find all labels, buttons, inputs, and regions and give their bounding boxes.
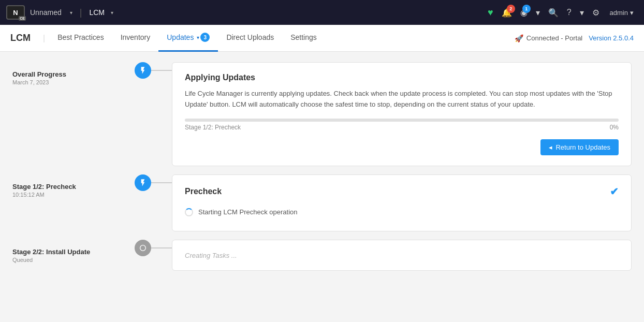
stage-label-install: Stage 2/2: Install Update	[12, 248, 90, 256]
stage-row-install: Stage 2/2: Install Update Queued Creatin…	[12, 240, 632, 271]
bell-badge-wrap: 🔔 2	[502, 8, 512, 18]
help-icon: ?	[567, 8, 572, 17]
precheck-check-icon: ✔	[610, 185, 619, 198]
bell-count: 2	[507, 5, 515, 13]
health-icon-btn[interactable]: ♥	[486, 5, 495, 20]
stage-icon-area-install	[135, 240, 172, 256]
stage-icon-area-overall	[135, 62, 172, 79]
main-content: Overall Progress March 7, 2023 Applying …	[0, 52, 644, 322]
updates-dropdown-arrow: ▾	[197, 35, 199, 40]
subnav: LCM | Best Practices Inventory Updates ▾…	[0, 25, 644, 52]
user-dropdown-arrow: ▾	[630, 9, 634, 17]
stage-connector-overall	[151, 70, 172, 71]
dropdown-icon-btn[interactable]: ▾	[534, 6, 542, 20]
stage-left-overall: Overall Progress March 7, 2023	[12, 62, 126, 85]
subnav-right: 🚀 Connected - Portal Version 2.5.0.4	[515, 34, 634, 42]
user-menu[interactable]: admin ▾	[606, 7, 638, 19]
stage-sublabel-install: Queued	[12, 257, 33, 263]
stage-text: Stage 1/2: Precheck	[185, 124, 241, 131]
stage-card-title-precheck: Precheck ✔	[185, 185, 619, 198]
stage-icon-install	[135, 240, 151, 256]
rocket-icon: 🚀	[515, 34, 523, 42]
return-arrow-icon: ◂	[549, 143, 552, 151]
app-logo[interactable]: N CE	[6, 5, 25, 20]
module-name: LCM	[89, 8, 105, 17]
search-btn[interactable]: 🔍	[546, 6, 561, 20]
nav-settings[interactable]: Settings	[282, 25, 325, 52]
precheck-spinner	[185, 208, 193, 216]
precheck-item-label: Starting LCM Precheck operation	[198, 208, 297, 216]
logo-badge: CE	[19, 16, 26, 21]
version-badge: Version 2.5.0.4	[589, 34, 634, 42]
progress-area: Stage 1/2: Precheck 0% ◂ Return to Updat…	[185, 119, 619, 155]
stage-icon-precheck	[135, 174, 151, 191]
app-dropdown-arrow[interactable]: ▾	[70, 10, 72, 16]
updates-badge: 3	[200, 33, 210, 42]
connected-portal: 🚀 Connected - Portal	[515, 34, 582, 42]
help-dropdown-btn[interactable]: ▾	[578, 6, 586, 20]
gear-btn[interactable]: ⚙	[590, 6, 602, 20]
return-to-updates-btn[interactable]: ◂ Return to Updates	[540, 139, 619, 155]
circle-count: 1	[522, 5, 531, 13]
precheck-item: Starting LCM Precheck operation	[185, 204, 619, 221]
stage-icon-overall	[135, 62, 151, 79]
user-name: admin	[610, 9, 628, 17]
stage-label-overall: Overall Progress	[12, 70, 66, 78]
stages-container: Overall Progress March 7, 2023 Applying …	[12, 62, 632, 271]
stage-connector-precheck	[151, 182, 172, 183]
progress-label-row: Stage 1/2: Precheck 0%	[185, 124, 619, 131]
circle-badge-wrap: ◉ 1	[520, 8, 528, 18]
topbar-separator: |	[80, 7, 82, 18]
stage-row-overall: Overall Progress March 7, 2023 Applying …	[12, 62, 632, 166]
nav-updates[interactable]: Updates ▾ 3	[158, 25, 218, 52]
help-btn[interactable]: ?	[565, 6, 574, 19]
app-name: Unnamed	[30, 8, 62, 17]
stage-left-precheck: Stage 1/2: Precheck 10:15:12 AM	[12, 174, 126, 198]
stage-card-body-overall: Life Cycle Manager is currently applying…	[185, 89, 619, 110]
subnav-brand: LCM	[10, 33, 31, 43]
logo-text: N	[13, 9, 18, 17]
nav-best-practices[interactable]: Best Practices	[49, 25, 112, 52]
stage-connector-install	[151, 247, 172, 248]
progress-percent: 0%	[610, 124, 619, 131]
svg-point-0	[140, 245, 146, 251]
creating-tasks-label: Creating Tasks ...	[185, 252, 237, 259]
stage-left-install: Stage 2/2: Install Update Queued	[12, 240, 126, 263]
stage-label-precheck: Stage 1/2: Precheck	[12, 183, 76, 191]
topbar: N CE Unnamed ▾ | LCM ▾ ♥ 🔔 2 ◉ 1 ▾ 🔍	[0, 0, 644, 25]
module-dropdown-arrow[interactable]: ▾	[111, 10, 113, 16]
stage-card-overall: Applying Updates Life Cycle Manager is c…	[172, 62, 632, 166]
stage-sublabel-precheck: 10:15:12 AM	[12, 192, 45, 198]
stage-row-precheck: Stage 1/2: Precheck 10:15:12 AM Precheck…	[12, 174, 632, 231]
nav-direct-uploads[interactable]: Direct Uploads	[218, 25, 282, 52]
progress-bar-wrap	[185, 119, 619, 122]
connected-portal-label: Connected - Portal	[526, 34, 582, 42]
heart-icon: ♥	[488, 7, 493, 18]
gear-icon: ⚙	[592, 8, 599, 18]
stage-sublabel-overall: March 7, 2023	[12, 79, 49, 85]
search-icon: 🔍	[548, 8, 559, 18]
stage-card-precheck: Precheck ✔ Starting LCM Precheck operati…	[172, 174, 632, 231]
nav-inventory[interactable]: Inventory	[112, 25, 159, 52]
circle-icon-btn[interactable]: ◉ 1	[518, 6, 530, 20]
stage-card-title-overall: Applying Updates	[185, 73, 619, 82]
notifications-btn[interactable]: 🔔 2	[500, 6, 514, 20]
stage-icon-area-precheck	[135, 174, 172, 191]
stage-card-install: Creating Tasks ...	[172, 240, 632, 271]
topbar-icons: ♥ 🔔 2 ◉ 1 ▾ 🔍 ? ▾ ⚙	[486, 5, 638, 20]
